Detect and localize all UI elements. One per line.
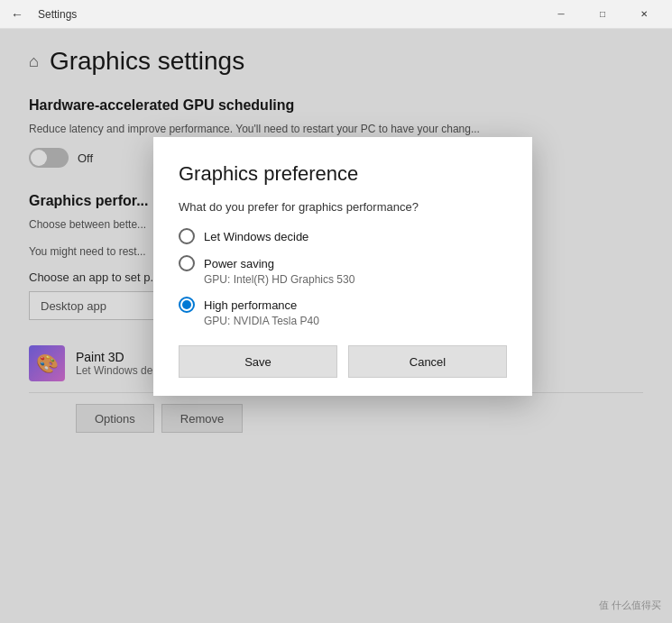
main-content: ⌂ Graphics settings Hardware-accelerated…: [0, 29, 672, 623]
back-button[interactable]: ←: [7, 4, 27, 25]
radio-row-let-windows: Let Windows decide: [179, 228, 507, 244]
radio-option-power-saving[interactable]: Power saving GPU: Intel(R) HD Graphics 5…: [179, 255, 507, 286]
radio-label-high-performance: High performance: [204, 298, 297, 312]
dialog-question: What do you prefer for graphics performa…: [179, 200, 507, 214]
save-button[interactable]: Save: [179, 345, 337, 378]
radio-row-power-saving: Power saving: [179, 255, 507, 271]
close-button[interactable]: ✕: [623, 0, 665, 29]
radio-sublabel-high-performance: GPU: NVIDIA Tesla P40: [204, 315, 507, 327]
radio-label-power-saving: Power saving: [204, 257, 274, 270]
radio-sublabel-power-saving: GPU: Intel(R) HD Graphics 530: [204, 273, 507, 286]
maximize-button[interactable]: □: [582, 0, 623, 29]
titlebar: ← Settings ─ □ ✕: [0, 0, 672, 29]
dialog-title: Graphics preference: [179, 162, 507, 186]
cancel-button[interactable]: Cancel: [348, 345, 507, 378]
radio-label-let-windows: Let Windows decide: [204, 230, 308, 243]
titlebar-title: Settings: [38, 8, 540, 21]
radio-input-power-saving: [179, 255, 195, 271]
radio-input-high-performance: [179, 297, 195, 313]
radio-option-high-performance[interactable]: High performance GPU: NVIDIA Tesla P40: [179, 297, 507, 327]
radio-row-high-performance: High performance: [179, 297, 507, 313]
graphics-preference-dialog: Graphics preference What do you prefer f…: [153, 137, 532, 396]
window-controls: ─ □ ✕: [540, 0, 665, 29]
minimize-button[interactable]: ─: [540, 0, 582, 29]
dialog-buttons: Save Cancel: [179, 345, 507, 378]
radio-input-let-windows: [179, 228, 195, 244]
radio-option-let-windows[interactable]: Let Windows decide: [179, 228, 507, 244]
